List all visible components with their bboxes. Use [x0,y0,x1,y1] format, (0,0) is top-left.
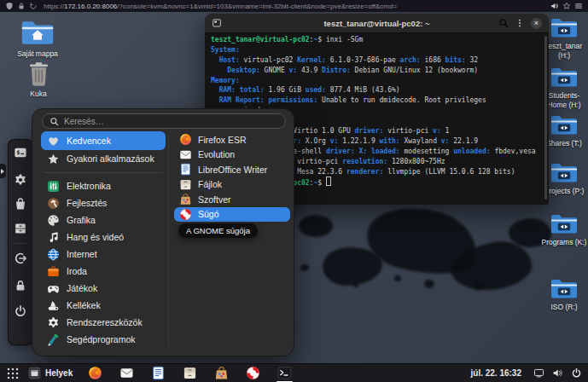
taskbar-status-area: júl. 22. 16:32 [471,368,582,379]
home-folder-icon [20,19,55,47]
software-button[interactable] [14,197,27,211]
category-fejleszt-s[interactable]: Fejlesztés [41,194,166,211]
category-label: Gyakori alkalmazások [67,153,154,164]
terminal-search-icon[interactable] [498,18,509,28]
app-libreoffice-writer[interactable]: LibreOffice Writer [174,162,290,177]
window-icon [28,367,41,379]
places-button[interactable]: Helyek [28,367,73,379]
desktop-icon-saj-t-mappa[interactable]: Saját mappa [14,19,61,59]
panel-expand-handle[interactable] [0,164,6,178]
category-gyakori-alkalmaz-sok[interactable]: Gyakori alkalmazások [41,150,166,167]
svg-text:$: $ [16,149,20,156]
power-icon[interactable] [571,368,582,379]
software-launcher[interactable] [214,366,229,380]
app-label: Súgó [198,209,219,219]
category-j-t-kok[interactable]: Játékok [41,280,166,297]
category-kedvencek[interactable]: Kedvencek [41,131,166,150]
files-launcher[interactable] [183,366,197,380]
category-kell-kek[interactable]: Kellékek [41,297,166,314]
firefox-icon [179,133,192,146]
terminal-line: Host: virtual-pc02 Kernel: 6.1.0-37-686-… [211,55,545,66]
trash-icon [27,61,50,87]
app-label: Szoftver [198,194,231,205]
system-tools-icon [47,316,60,329]
display-icon[interactable] [533,368,544,379]
desktop-icon-label: ISO (R:) [550,303,577,312]
apps-grid-button[interactable] [6,367,20,380]
menu-column-divider [168,136,169,345]
electronics-icon [47,180,60,193]
app-f-jlok[interactable]: Fájlok [174,177,290,193]
category-seg-dprogramok[interactable]: Segédprogramok [41,331,166,348]
category-iroda[interactable]: Iroda [41,263,166,280]
help-icon [179,208,192,221]
category-divider [41,167,166,177]
terminal-menu-icon[interactable] [515,18,525,28]
multimedia-icon [47,231,60,244]
desktop-icon-kuka[interactable]: Kuka [15,61,62,99]
url-path: /?console=kvm&novnc=1&vmid=103&vmname=lm… [117,3,397,10]
category-rendszereszk-z-k[interactable]: Rendszereszközök [41,314,166,331]
app-label: Firefox ESR [198,135,247,145]
dock-divider [13,243,28,244]
category-label: Kellékek [67,300,101,310]
terminal-line: Memory: [211,76,545,86]
browser-urlbar: https://172.16.0.20:8006/?console=kvm&no… [0,0,588,12]
app-label: Evolution [198,149,235,159]
file-manager-button[interactable] [14,222,27,235]
tab-sound-icon[interactable] [550,2,559,10]
terminal-scrollbar[interactable] [544,36,547,200]
category-label: Iroda [67,266,87,276]
clock[interactable]: júl. 22. 16:32 [471,368,521,378]
power-off-button[interactable] [14,304,27,318]
category-hang-s-vide[interactable]: Hang és videó [41,229,166,246]
volume-icon[interactable] [552,368,563,379]
evolution-launcher[interactable] [119,366,134,380]
desktop-icon-label: Shares (T:) [546,139,582,148]
app-firefox-esr[interactable]: Firefox ESR [174,132,290,148]
desktop-icon-label: Programs (K:) [542,238,587,247]
browser-menu-icon[interactable] [574,2,583,10]
terminal-titlebar[interactable]: teszt_tanar@virtual-pc02: ~ × [205,14,549,33]
terminal-newtab-icon[interactable] [212,18,222,28]
terminal-line: Desktop: GNOME v: 43.9 Distro: Debian GN… [211,66,545,76]
evolution-icon [179,148,192,161]
url-text[interactable]: https://172.16.0.20:8006/?console=kvm&no… [44,3,547,10]
category-label: Rendszereszközök [67,317,143,327]
settings-button[interactable] [14,173,27,187]
shield-icon[interactable] [5,2,14,10]
libreoffice-writer-launcher[interactable] [151,366,166,380]
category-label: Kedvencek [67,136,111,146]
terminal-close-button[interactable]: × [531,18,542,29]
category-label: Grafika [67,215,96,225]
star-icon [47,153,60,165]
terminal-launcher[interactable] [277,366,292,380]
app-s-g[interactable]: Súgó [174,207,290,223]
app-label: LibreOffice Writer [198,165,267,175]
app-evolution[interactable]: Evolution [174,148,290,163]
url-scheme: https:// [44,3,64,10]
app-szoftver[interactable]: Szoftver [174,192,290,207]
files-icon [179,178,192,191]
wallpaper-splatter [474,283,482,290]
tooltip: A GNOME súgója [178,223,258,238]
category-elektronika[interactable]: Elektronika [41,177,166,194]
desktop-icon-iso-r[interactable]: ISO (R:) [540,278,588,312]
wallpaper-splatter [424,280,434,288]
reload-icon[interactable] [29,2,38,10]
category-grafika[interactable]: Grafika [41,211,166,229]
firefox-launcher[interactable] [88,366,102,380]
desktop-icon-programs-k[interactable]: Programs (K:) [540,213,588,247]
category-internet[interactable]: Internet [41,246,166,263]
terminal-launcher-button[interactable]: $ [14,146,27,159]
lock-screen-button[interactable] [14,279,27,292]
accessories-icon [47,299,60,312]
terminal-line: RAM: total: 1.96 GiB used: 877.4 MiB (43… [211,85,545,96]
lock-icon[interactable] [17,2,26,10]
help-launcher[interactable] [246,366,260,380]
applications-menu: Keresés… KedvencekGyakori alkalmazásokEl… [32,108,294,356]
search-input[interactable]: Keresés… [42,113,286,129]
terminal-line: teszt_tanar@virtual-pc02:~$ inxi -SGm [211,35,545,45]
log-out-button[interactable] [14,252,27,265]
bookmark-star-icon[interactable] [562,2,571,10]
